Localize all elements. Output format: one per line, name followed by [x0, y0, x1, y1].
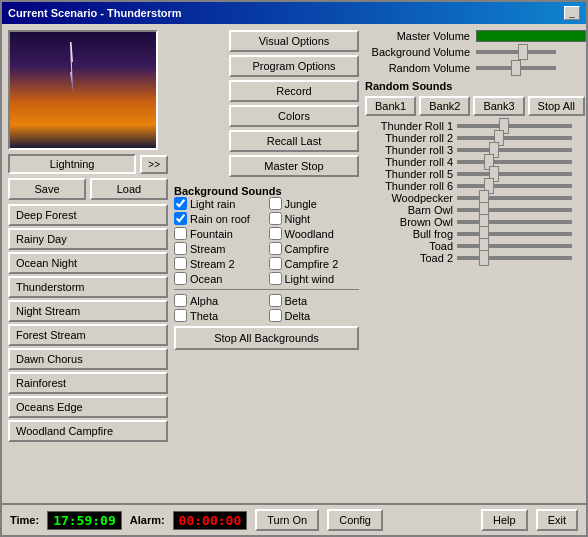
config-button[interactable]: Config	[327, 509, 383, 531]
top-action-button[interactable]: Recall Last	[229, 130, 359, 152]
bg-sound-label: Ocean	[190, 273, 222, 285]
sound-volume-slider[interactable]	[457, 232, 572, 236]
bg-sound-checkbox-item: Light wind	[269, 272, 360, 285]
bg-sound-checkbox[interactable]	[269, 272, 282, 285]
help-button[interactable]: Help	[481, 509, 528, 531]
preset-button[interactable]: Rainy Day	[8, 228, 168, 250]
load-button[interactable]: Load	[90, 178, 168, 200]
bg-sound-checkbox[interactable]	[269, 242, 282, 255]
stop-all-backgrounds-button[interactable]: Stop All Backgrounds	[174, 326, 359, 350]
brainwave-label: Theta	[190, 310, 218, 322]
sound-name-label: Bull frog	[365, 228, 453, 240]
preset-button[interactable]: Ocean Night	[8, 252, 168, 274]
preset-button[interactable]: Woodland Campfire	[8, 420, 168, 442]
brainwave-checkbox[interactable]	[174, 294, 187, 307]
sound-name-label: Thunder roll 3	[365, 144, 453, 156]
sound-volume-slider[interactable]	[457, 244, 572, 248]
bg-sound-checkbox[interactable]	[269, 212, 282, 225]
sound-volume-slider[interactable]	[457, 196, 572, 200]
sound-sliders: Thunder Roll 1Thunder roll 2Thunder roll…	[365, 120, 586, 264]
save-load-row: Save Load	[8, 178, 168, 200]
minimize-button[interactable]: _	[564, 6, 580, 20]
bg-sound-label: Rain on roof	[190, 213, 250, 225]
preset-button[interactable]: Night Stream	[8, 300, 168, 322]
preview-box	[8, 30, 158, 150]
bg-sound-checkbox[interactable]	[174, 257, 187, 270]
top-action-button[interactable]: Record	[229, 80, 359, 102]
exit-button[interactable]: Exit	[536, 509, 578, 531]
sound-name-label: Thunder Roll 1	[365, 120, 453, 132]
bank-button[interactable]: Stop All	[528, 96, 585, 116]
bg-sound-checkbox[interactable]	[269, 227, 282, 240]
bg-sound-checkbox[interactable]	[174, 197, 187, 210]
middle-panel: Visual OptionsProgram OptionsRecordColor…	[174, 30, 359, 497]
preset-button[interactable]: Rainforest	[8, 372, 168, 394]
bg-sound-checkbox[interactable]	[269, 197, 282, 210]
preview-label-row: Lightning >>	[8, 154, 168, 174]
sound-volume-slider[interactable]	[457, 148, 572, 152]
sound-row: Toad 2	[365, 252, 586, 264]
brainwave-grid: AlphaBetaThetaDelta	[174, 294, 359, 322]
top-action-button[interactable]: Visual Options	[229, 30, 359, 52]
main-window: Current Scenario - Thunderstorm _ Lightn…	[0, 0, 588, 537]
top-action-button[interactable]: Program Options	[229, 55, 359, 77]
bg-sound-label: Fountain	[190, 228, 233, 240]
master-volume-label: Master Volume	[365, 30, 470, 42]
bank-button[interactable]: Bank3	[473, 96, 524, 116]
time-display: 17:59:09	[47, 511, 122, 530]
top-action-button[interactable]: Colors	[229, 105, 359, 127]
bg-sounds-section: Background Sounds Light rainJungleRain o…	[174, 181, 359, 350]
brainwave-checkbox[interactable]	[269, 309, 282, 322]
divider	[174, 289, 359, 290]
bg-sound-label: Stream	[190, 243, 225, 255]
brainwave-checkbox[interactable]	[269, 294, 282, 307]
brainwave-checkbox-item: Theta	[174, 309, 265, 322]
bank-button[interactable]: Bank1	[365, 96, 416, 116]
preset-button[interactable]: Deep Forest	[8, 204, 168, 226]
bg-volume-slider[interactable]	[476, 50, 556, 54]
preset-button[interactable]: Oceans Edge	[8, 396, 168, 418]
left-panel: Lightning >> Save Load Deep ForestRainy …	[8, 30, 168, 497]
alarm-label: Alarm:	[130, 514, 165, 526]
preset-button[interactable]: Dawn Chorus	[8, 348, 168, 370]
sound-volume-slider[interactable]	[457, 220, 572, 224]
brainwave-checkbox[interactable]	[174, 309, 187, 322]
bg-sound-checkbox[interactable]	[269, 257, 282, 270]
top-action-button[interactable]: Master Stop	[229, 155, 359, 177]
bg-sound-label: Jungle	[285, 198, 317, 210]
random-volume-slider[interactable]	[476, 66, 556, 70]
preset-button[interactable]: Forest Stream	[8, 324, 168, 346]
preset-button[interactable]: Thunderstorm	[8, 276, 168, 298]
sound-volume-slider[interactable]	[457, 208, 572, 212]
alarm-display: 00:00:00	[173, 511, 248, 530]
bg-sound-label: Stream 2	[190, 258, 235, 270]
master-volume-bar[interactable]	[476, 30, 586, 42]
save-button[interactable]: Save	[8, 178, 86, 200]
bg-volume-label: Background Volume	[365, 46, 470, 58]
sound-volume-slider[interactable]	[457, 160, 572, 164]
sound-volume-slider[interactable]	[457, 184, 572, 188]
preview-label: Lightning	[8, 154, 136, 174]
bg-sound-checkbox-item: Stream 2	[174, 257, 265, 270]
bg-sound-checkbox[interactable]	[174, 212, 187, 225]
bg-sound-checkbox-item: Jungle	[269, 197, 360, 210]
sound-volume-slider[interactable]	[457, 256, 572, 260]
sound-volume-slider[interactable]	[457, 172, 572, 176]
main-content: Lightning >> Save Load Deep ForestRainy …	[2, 24, 586, 503]
bg-sound-checkbox-item: Stream	[174, 242, 265, 255]
bg-sound-checkbox[interactable]	[174, 227, 187, 240]
bg-sound-checkbox[interactable]	[174, 272, 187, 285]
sound-volume-slider[interactable]	[457, 124, 572, 128]
random-volume-label: Random Volume	[365, 62, 470, 74]
turn-on-button[interactable]: Turn On	[255, 509, 319, 531]
bg-sound-checkbox[interactable]	[174, 242, 187, 255]
bank-row: Bank1Bank2Bank3Stop All	[365, 96, 586, 116]
sound-volume-slider[interactable]	[457, 136, 572, 140]
arrow-button[interactable]: >>	[140, 155, 168, 174]
bg-sound-checkbox-item: Rain on roof	[174, 212, 265, 225]
brainwave-checkbox-item: Delta	[269, 309, 360, 322]
bank-button[interactable]: Bank2	[419, 96, 470, 116]
bg-sound-checkbox-item: Campfire	[269, 242, 360, 255]
bg-sounds-grid: Light rainJungleRain on roofNightFountai…	[174, 197, 359, 285]
brainwave-label: Alpha	[190, 295, 218, 307]
